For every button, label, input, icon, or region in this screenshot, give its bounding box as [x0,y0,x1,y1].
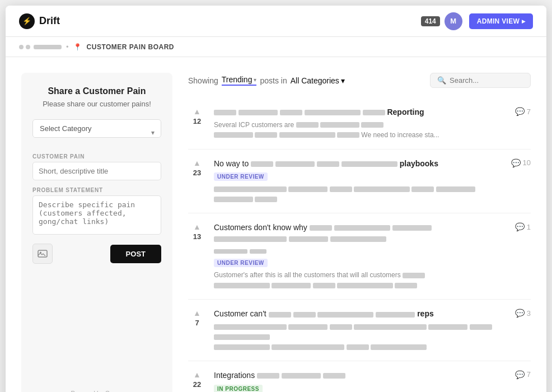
breadcrumb-dot-2 [26,45,30,49]
excerpt-blur-4i [272,344,344,350]
breadcrumb-label: CUSTOMER PAIN BOARD [87,43,174,51]
vote-section-4: ▲ 7 [188,309,206,327]
title-blur-2b [275,161,315,167]
excerpt-blur-1c [361,122,383,128]
vote-up-icon-4[interactable]: ▲ [193,309,201,318]
excerpt-blur-1b [320,122,359,128]
vote-count-2: 23 [193,169,201,177]
problem-statement-label: PROBLEM STATEMENT [32,187,103,193]
title-blur-2c [317,161,339,167]
vote-section-3: ▲ 13 [188,222,206,241]
title-blur-5a [257,373,279,379]
post-excerpt-4 [214,321,500,352]
breadcrumb-dots [19,45,30,49]
vote-section-1: ▲ 12 [188,107,206,125]
post-item-3[interactable]: ▲ 13 Customers don't know why [188,213,531,300]
title-blur-4c [317,312,373,318]
excerpt-blur-3f [395,283,417,288]
panel-subtitle: Please share our customer pains! [43,100,151,108]
post-item-5[interactable]: ▲ 22 Integrations IN PROGRESS 💬 [188,361,531,392]
excerpt-blur-4j [347,344,369,350]
title-blur-2d [342,161,397,167]
categories-dropdown[interactable]: All Categories ▾ [291,76,345,85]
vote-section-5: ▲ 22 [188,370,206,389]
admin-view-button[interactable]: ADMIN VIEW ▸ [469,13,533,29]
comment-icon-3: 💬 [515,222,525,231]
excerpt-blur-4h [214,344,270,350]
title-blur-3b [334,225,390,231]
search-box[interactable]: 🔍 [430,73,531,88]
problem-statement-textarea[interactable] [32,195,161,235]
vote-count-5: 22 [193,380,201,389]
title-blur-3f [330,236,386,242]
posts-in-label: posts in [260,76,287,85]
title-blur-3d [214,236,287,242]
breadcrumb-dot-1 [19,45,24,49]
title-blur-1c [280,110,302,115]
excerpt-blur-2h [255,197,277,202]
trending-dropdown[interactable]: Trending ▾ [222,75,257,86]
vote-up-icon-3[interactable]: ▲ [193,222,201,231]
comment-count-5: 7 [527,370,531,379]
excerpt-blur-3e [337,283,393,288]
excerpt-blur-4k [371,344,427,350]
comment-icon-5: 💬 [515,370,525,379]
post-title-3: Customers don't know why [214,222,500,244]
title-blur-1d [305,110,361,115]
filter-bar: Showing Trending ▾ posts in All Categori… [188,73,531,88]
categories-chevron-icon: ▾ [341,76,345,85]
excerpt-blur-4e [428,324,467,330]
category-select[interactable]: Select Category [32,119,161,138]
customer-pain-label: CUSTOMER PAIN [32,153,85,160]
post-excerpt-3: Gustomer's after this is all the custome… [214,270,500,290]
logo-icon: ⚡ [19,13,35,29]
vote-up-icon-1[interactable]: ▲ [193,107,201,116]
comment-count-1: 7 [527,108,531,116]
customer-pain-input[interactable] [32,162,161,180]
vote-up-icon-5[interactable]: ▲ [193,370,201,379]
comment-count-3: 1 [527,223,531,231]
showing-label: Showing [188,76,218,85]
comment-section-2: 💬 10 [508,158,531,167]
post-body-4: Customer can't reps [214,309,500,352]
title-blur-3a [310,225,332,231]
search-icon: 🔍 [437,76,446,85]
excerpt-blur-2a [214,186,287,192]
excerpt-blur-1a [296,122,319,128]
tag-under-review-3: UNDER REVIEW [214,259,268,267]
title-blur-3e [289,236,328,242]
post-item-2[interactable]: ▲ 23 No way to playbooks UNDER REVIEW [188,150,531,214]
tag-in-progress-5: IN PROGRESS [214,385,263,392]
image-upload-button[interactable] [32,244,53,264]
comment-count-2: 10 [523,158,531,167]
trending-label: Trending [222,75,252,84]
app-logo: ⚡ Drift [19,13,60,29]
category-select-wrapper[interactable]: Select Category [32,119,161,146]
search-input[interactable] [450,76,523,85]
post-body-1: Reporting Several ICP customers are We n… [214,107,500,140]
post-body-5: Integrations IN PROGRESS [214,370,500,392]
excerpt-blur-4b [288,324,328,330]
post-item[interactable]: ▲ 12 Reporting Several [188,98,531,150]
title-blur-2a [251,161,273,167]
title-blur-3c [392,225,432,231]
excerpt-blur-2g [214,197,253,202]
comment-section-1: 💬 7 [508,107,531,116]
post-item-4[interactable]: ▲ 7 Customer can't reps [188,300,531,361]
title-reporting: Reporting [387,108,424,116]
vote-up-icon-2[interactable]: ▲ [193,158,201,167]
comment-section-4: 💬 3 [508,309,531,318]
tag-under-review-2: UNDER REVIEW [214,172,268,181]
post-excerpt-1: Several ICP customers are We need to inc… [214,120,500,140]
notification-badge[interactable]: 414 [421,16,440,26]
post-button[interactable]: POST [110,245,161,263]
avatar[interactable]: M [445,12,462,30]
sub-blur-3b [250,249,266,254]
excerpt-blur-3a [403,273,425,278]
main-content: Share a Customer Pain Please share our c… [6,57,546,392]
title-blur-4b [293,312,316,318]
comment-count-4: 3 [527,309,531,318]
panel-title: Share a Customer Pain [48,86,146,96]
excerpt-blur-3c [272,283,311,288]
title-blur-5b [282,373,321,379]
